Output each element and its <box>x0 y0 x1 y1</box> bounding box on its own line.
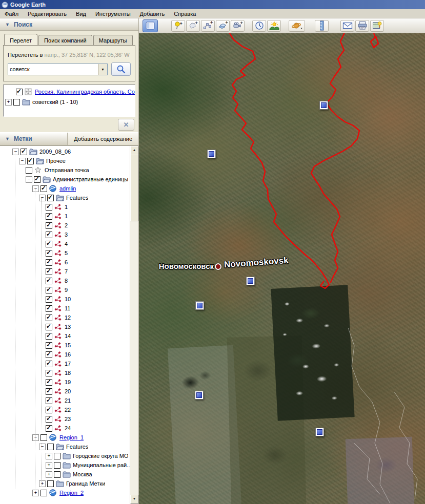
collapse-toggle[interactable]: − <box>39 444 46 450</box>
tree-item[interactable]: 11 <box>0 304 130 313</box>
collapse-toggle[interactable]: − <box>19 158 26 164</box>
item-checkbox[interactable] <box>46 388 52 395</box>
item-checkbox[interactable] <box>26 167 32 174</box>
search-input[interactable] <box>8 64 98 75</box>
view-in-maps-button[interactable] <box>370 20 384 32</box>
search-result-item[interactable]: +советский (1 - 10) <box>4 97 135 107</box>
item-checkbox[interactable] <box>46 250 52 257</box>
tree-item[interactable]: 5 <box>0 248 130 258</box>
item-checkbox[interactable] <box>21 149 27 155</box>
item-checkbox[interactable] <box>27 158 34 164</box>
tree-item[interactable]: 20 <box>0 387 130 396</box>
tree-item[interactable]: −Region_1 <box>0 433 130 442</box>
search-combobox[interactable]: ▼ <box>8 64 108 75</box>
item-checkbox[interactable] <box>46 241 52 247</box>
search-button[interactable] <box>111 62 131 76</box>
tree-item[interactable]: −Features <box>0 442 130 451</box>
tree-item[interactable]: 8 <box>0 276 130 285</box>
menu-item-2[interactable]: Редактировать <box>23 10 71 17</box>
menu-item-1[interactable]: Файл <box>0 10 23 17</box>
print-button[interactable] <box>355 20 369 32</box>
tree-scrollbar[interactable]: ▲ ▼ <box>130 146 138 504</box>
item-checkbox[interactable] <box>46 361 52 367</box>
menu-item-6[interactable]: Справка <box>169 10 200 17</box>
tab-Маршруты[interactable]: Маршруты <box>93 35 133 46</box>
item-checkbox[interactable] <box>46 351 52 358</box>
result-item-label[interactable]: Россия, Калининградская область, Сов <box>35 89 135 95</box>
add-placemark-button[interactable]: + <box>171 20 185 32</box>
item-checkbox[interactable] <box>46 259 52 266</box>
item-checkbox[interactable] <box>46 222 52 229</box>
tree-item[interactable]: 21 <box>0 396 130 405</box>
item-checkbox[interactable] <box>46 416 52 423</box>
email-button[interactable] <box>340 20 354 32</box>
item-checkbox[interactable] <box>34 176 41 183</box>
expand-toggle[interactable]: + <box>32 490 39 496</box>
record-tour-button[interactable]: + <box>231 20 245 32</box>
item-checkbox[interactable] <box>46 324 52 330</box>
collapse-toggle[interactable]: − <box>12 149 19 155</box>
item-checkbox[interactable] <box>46 287 52 293</box>
item-checkbox[interactable] <box>46 213 52 220</box>
expand-toggle[interactable]: + <box>46 471 52 478</box>
tree-item[interactable]: 4 <box>0 239 130 248</box>
historical-imagery-button[interactable] <box>252 20 266 32</box>
scrollbar-thumb[interactable] <box>130 155 138 221</box>
scroll-down-button[interactable]: ▼ <box>130 495 138 504</box>
item-checkbox[interactable] <box>46 268 52 275</box>
tree-item[interactable]: 17 <box>0 359 130 368</box>
collapse-toggle[interactable]: − <box>32 185 39 192</box>
item-checkbox[interactable] <box>46 397 52 404</box>
add-polygon-button[interactable]: + <box>186 20 200 32</box>
item-checkbox[interactable] <box>46 425 52 432</box>
item-checkbox[interactable] <box>46 407 52 413</box>
tree-item-label[interactable]: Region_2 <box>59 490 84 496</box>
item-checkbox[interactable] <box>46 305 52 312</box>
add-path-button[interactable]: + <box>201 20 215 32</box>
tree-item[interactable]: 6 <box>0 258 130 267</box>
item-checkbox[interactable] <box>47 195 54 201</box>
tree-item[interactable]: 16 <box>0 350 130 359</box>
menu-item-3[interactable]: Вид <box>71 10 91 17</box>
tree-item[interactable]: 1 <box>0 212 130 221</box>
collapse-toggle[interactable]: − <box>32 434 39 441</box>
tree-item-label[interactable]: Region_1 <box>59 434 84 440</box>
expand-toggle[interactable]: + <box>5 99 12 106</box>
item-checkbox[interactable] <box>46 370 52 376</box>
tree-item[interactable]: +Городские округа МО <box>0 451 130 460</box>
expand-toggle[interactable]: + <box>46 453 52 459</box>
tree-item[interactable]: 2 <box>0 221 130 230</box>
add-image-overlay-button[interactable]: + <box>216 20 230 32</box>
search-panel-header[interactable]: ▼ Поиск <box>0 18 138 31</box>
tab-Поиск компаний[interactable]: Поиск компаний <box>38 35 92 46</box>
item-checkbox[interactable] <box>47 480 54 487</box>
tree-item[interactable]: +Москва <box>0 470 130 479</box>
tree-item[interactable]: −admlin <box>0 184 130 193</box>
places-panel-title-area[interactable]: ▼ Метки <box>0 133 67 145</box>
item-checkbox[interactable] <box>41 490 47 496</box>
tree-item[interactable]: 23 <box>0 414 130 424</box>
tree-item[interactable]: 19 <box>0 377 130 387</box>
item-checkbox[interactable] <box>46 379 52 386</box>
item-checkbox[interactable] <box>54 462 60 469</box>
tree-item[interactable]: +Region_2 <box>0 488 130 497</box>
tree-item[interactable]: 15 <box>0 341 130 350</box>
tree-item[interactable]: 7 <box>0 267 130 276</box>
map-marker[interactable] <box>207 150 216 158</box>
item-checkbox[interactable] <box>41 185 47 192</box>
item-checkbox[interactable] <box>54 453 60 459</box>
map-marker[interactable] <box>246 277 255 285</box>
scroll-up-button[interactable]: ▲ <box>130 146 138 155</box>
expand-toggle[interactable]: + <box>39 480 46 487</box>
tree-item[interactable]: −Features <box>0 193 130 202</box>
ruler-button[interactable] <box>315 20 329 32</box>
tree-item-label[interactable]: admlin <box>59 185 76 192</box>
item-checkbox[interactable] <box>54 471 60 478</box>
tree-item[interactable]: 13 <box>0 322 130 331</box>
item-checkbox[interactable] <box>46 333 52 340</box>
item-checkbox[interactable] <box>46 204 52 211</box>
item-checkbox[interactable] <box>16 89 23 95</box>
search-result-item[interactable]: Россия, Калининградская область, Сов <box>4 87 135 97</box>
sidebar-toggle-button[interactable] <box>143 19 158 32</box>
tree-item[interactable]: −2009_08_06 <box>0 147 130 156</box>
